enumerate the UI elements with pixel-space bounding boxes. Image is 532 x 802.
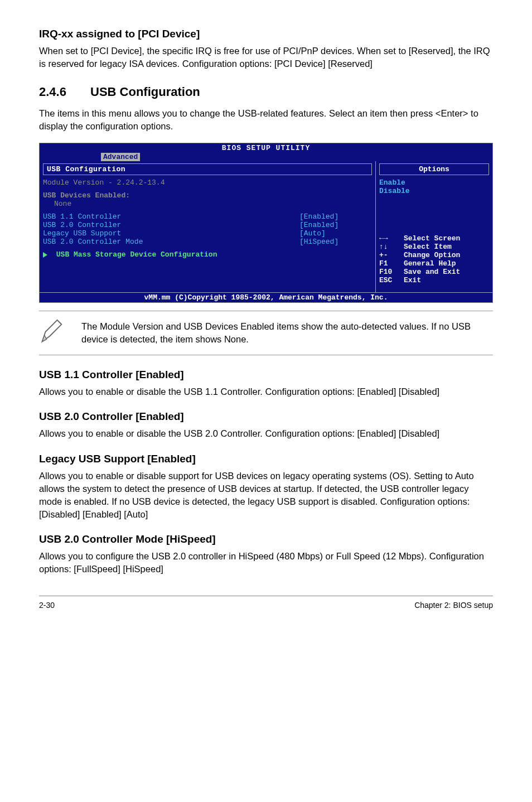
- bios-item-label: USB 2.0 Controller: [43, 221, 299, 229]
- triangle-right-icon: [43, 252, 47, 258]
- body-usb20: Allows you to enable or disable the USB …: [39, 427, 493, 440]
- bios-help-key: ↑↓: [379, 243, 404, 251]
- bios-devices-value: None: [43, 200, 372, 208]
- bios-help-text: Select Item: [404, 243, 452, 251]
- bios-help-text: Change Option: [404, 251, 460, 259]
- bios-item-label: USB 2.0 Controller Mode: [43, 238, 299, 246]
- bios-devices-label: USB Devices Enabled:: [43, 191, 372, 200]
- bios-item-value: [HiSpeed]: [299, 238, 372, 246]
- bios-tabs: Advanced: [40, 153, 492, 161]
- bios-item-mode[interactable]: USB 2.0 Controller Mode [HiSpeed]: [43, 238, 372, 246]
- heading-title: USB Configuration: [90, 85, 200, 99]
- page-footer: 2-30 Chapter 2: BIOS setup: [39, 596, 493, 610]
- bios-submenu-storage[interactable]: USB Mass Storage Device Configuration: [43, 250, 372, 259]
- intro-usb-config: The items in this menu allows you to cha…: [39, 107, 493, 133]
- pencil-note-icon: [39, 319, 65, 347]
- bios-item-value: [Auto]: [299, 229, 372, 238]
- bios-help-text: Save and Exit: [404, 268, 460, 276]
- bios-item-value: [Enabled]: [299, 221, 372, 229]
- heading-usb11: USB 1.1 Controller [Enabled]: [39, 369, 493, 381]
- bios-help-block: ←→Select Screen ↑↓Select Item +-Change O…: [379, 234, 489, 284]
- bios-help-key: F10: [379, 268, 404, 276]
- body-mode: Allows you to configure the USB 2.0 cont…: [39, 550, 493, 576]
- note-box: The Module Version and USB Devices Enabl…: [39, 311, 493, 355]
- bios-right-panel: Options Enable Disable ←→Select Screen ↑…: [375, 161, 492, 292]
- heading-usb20: USB 2.0 Controller [Enabled]: [39, 410, 493, 423]
- bios-item-usb20[interactable]: USB 2.0 Controller [Enabled]: [43, 221, 372, 229]
- bios-help-text: Select Screen: [404, 234, 460, 243]
- bios-left-panel: USB Configuration Module Version - 2.24.…: [40, 161, 375, 292]
- bios-help-text: Exit: [404, 276, 421, 284]
- bios-submenu-label: USB Mass Storage Device Configuration: [56, 250, 217, 259]
- bios-tab-advanced[interactable]: Advanced: [101, 153, 140, 161]
- bios-footer: vMM.mm (C)Copyright 1985-2002, American …: [40, 292, 492, 302]
- bios-option-disable[interactable]: Disable: [379, 187, 489, 195]
- heading-irq: IRQ-xx assigned to [PCI Device]: [39, 28, 493, 40]
- bios-item-value: [Enabled]: [299, 212, 372, 221]
- heading-number: 2.4.6: [39, 85, 90, 99]
- bios-item-usb11[interactable]: USB 1.1 Controller [Enabled]: [43, 212, 372, 221]
- bios-help-key: ESC: [379, 276, 404, 284]
- bios-option-enable[interactable]: Enable: [379, 178, 489, 187]
- bios-help-key: +-: [379, 251, 404, 259]
- bios-title: BIOS SETUP UTILITY: [40, 143, 492, 153]
- bios-screenshot: BIOS SETUP UTILITY Advanced USB Configur…: [39, 143, 493, 303]
- bios-help-key: ←→: [379, 234, 404, 243]
- footer-chapter: Chapter 2: BIOS setup: [414, 601, 493, 610]
- bios-options-title: Options: [379, 163, 489, 175]
- heading-usb-config: 2.4.6USB Configuration: [39, 85, 493, 99]
- bios-help-text: General Help: [404, 259, 456, 268]
- bios-panel-title: USB Configuration: [43, 163, 372, 175]
- body-legacy: Allows you to enable or disable support …: [39, 470, 493, 521]
- body-irq: When set to [PCI Device], the specific I…: [39, 45, 493, 70]
- footer-page-number: 2-30: [39, 601, 55, 610]
- heading-mode: USB 2.0 Controller Mode [HiSpeed]: [39, 533, 493, 545]
- bios-item-legacy[interactable]: Legacy USB Support [Auto]: [43, 229, 372, 238]
- bios-help-key: F1: [379, 259, 404, 268]
- note-text: The Module Version and USB Devices Enabl…: [81, 320, 493, 346]
- heading-legacy: Legacy USB Support [Enabled]: [39, 453, 493, 465]
- bios-module-version: Module Version - 2.24.2-13.4: [43, 178, 372, 187]
- body-usb11: Allows you to enable or disable the USB …: [39, 385, 493, 398]
- bios-item-label: Legacy USB Support: [43, 229, 299, 238]
- bios-item-label: USB 1.1 Controller: [43, 212, 299, 221]
